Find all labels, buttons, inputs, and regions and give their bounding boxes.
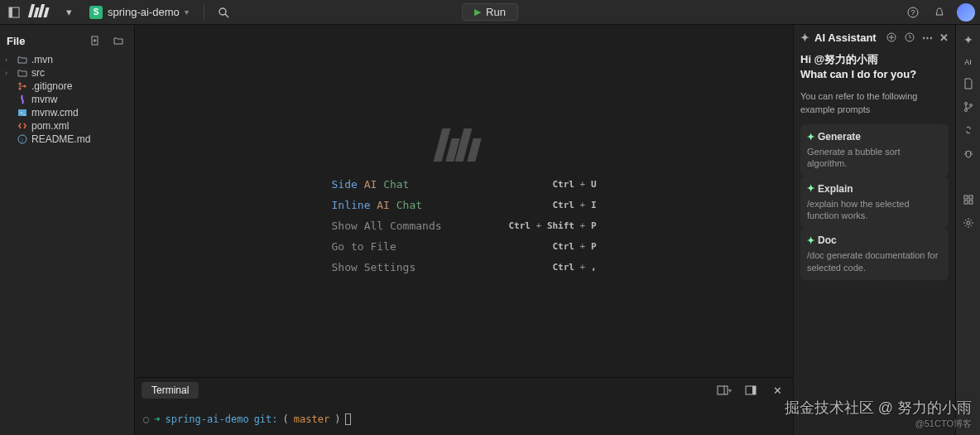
- shortcut-label: Go to File: [332, 240, 396, 253]
- close-icon[interactable]: ✕: [939, 31, 949, 44]
- prompt-branch: master: [294, 413, 329, 425]
- shortcut-row: Inline AI ChatCtrl + I: [332, 199, 597, 211]
- search-icon[interactable]: [214, 3, 233, 22]
- bug-icon[interactable]: [963, 147, 974, 159]
- svg-point-2: [219, 8, 226, 15]
- panel-toggle-icon[interactable]: [742, 381, 760, 399]
- svg-rect-16: [718, 386, 728, 394]
- prompt-git: git:: [254, 413, 278, 425]
- cmd-icon: >_: [17, 107, 28, 118]
- sparkle-icon: ✦: [807, 183, 814, 194]
- bell-icon[interactable]: [930, 3, 949, 22]
- folder-icon: [17, 54, 28, 65]
- svg-rect-34: [964, 201, 968, 204]
- close-icon[interactable]: ✕: [768, 381, 786, 399]
- ai-panel-title: AI Assistant: [814, 31, 877, 44]
- project-name: spring-ai-demo: [108, 6, 180, 18]
- file-panel-title: File: [7, 35, 25, 47]
- card-desc: /doc generate documentation for selected…: [807, 249, 942, 273]
- gear-icon[interactable]: [963, 217, 974, 229]
- shortcut-keys: Ctrl + P: [553, 241, 597, 252]
- tree-node-label: pom.xml: [31, 120, 69, 132]
- run-button[interactable]: ▶ Run: [462, 3, 518, 21]
- run-label: Run: [486, 6, 506, 18]
- rail-ai-label: AI: [964, 58, 972, 66]
- svg-point-26: [969, 104, 972, 107]
- tree-node-label: .mvn: [31, 54, 53, 65]
- watermark: 掘金技术社区 @ 努力的小雨 @51CTO博客: [785, 398, 972, 430]
- layout-split-icon[interactable]: ▾: [715, 381, 733, 399]
- prompt-arrow-icon: ➜: [154, 413, 160, 425]
- cursor: [345, 413, 351, 425]
- status-dot-icon: ○: [143, 413, 149, 425]
- card-title: Generate: [818, 131, 861, 143]
- tree-node[interactable]: .gitignore: [3, 80, 131, 93]
- chevron-right-icon: ›: [5, 56, 13, 64]
- tree-node[interactable]: >_mvnw.cmd: [3, 106, 131, 119]
- ai-prompt-card[interactable]: ✦GenerateGenerate a bubble sort algorith…: [800, 124, 949, 176]
- help-icon[interactable]: ?: [904, 3, 922, 22]
- svg-point-36: [967, 221, 970, 225]
- mvn-icon: [17, 94, 28, 105]
- shortcut-keys: Ctrl + U: [553, 179, 597, 190]
- chevron-down-icon[interactable]: ▾: [60, 3, 78, 22]
- shortcut-keys: Ctrl + ,: [553, 262, 597, 273]
- app-logo-icon: [30, 4, 53, 21]
- link-icon[interactable]: [963, 124, 974, 136]
- svg-line-3: [225, 14, 228, 17]
- md-icon: i: [17, 133, 28, 145]
- play-icon: ▶: [474, 7, 481, 17]
- app-logo-large-icon: [438, 128, 491, 162]
- tree-node[interactable]: iREADME.md: [3, 133, 131, 146]
- chevron-right-icon: ›: [5, 69, 13, 77]
- svg-text:>_: >_: [20, 110, 26, 115]
- svg-rect-1: [9, 7, 12, 17]
- card-desc: /explain how the selected function works…: [807, 198, 942, 222]
- tree-node-label: mvnw.cmd: [31, 107, 79, 118]
- ai-prompt-card[interactable]: ✦Doc/doc generate documentation for sele…: [800, 228, 949, 280]
- tree-node-label: README.md: [31, 133, 90, 145]
- sparkle-icon[interactable]: ✦: [963, 33, 973, 46]
- new-chat-icon[interactable]: [886, 31, 897, 44]
- history-icon[interactable]: [904, 31, 915, 44]
- avatar[interactable]: [957, 3, 975, 22]
- branch-icon[interactable]: [963, 101, 974, 113]
- grid-icon[interactable]: [963, 194, 974, 205]
- tree-node[interactable]: pom.xml: [3, 119, 131, 133]
- shortcut-keys: Ctrl + Shift + P: [509, 220, 597, 231]
- sparkle-icon: ✦: [807, 235, 814, 246]
- new-file-icon[interactable]: [86, 31, 104, 50]
- sidebar-toggle-icon[interactable]: [5, 3, 23, 22]
- tree-node[interactable]: mvnw: [3, 93, 131, 106]
- project-selector[interactable]: S spring-ai-demo ▾: [84, 4, 194, 21]
- shortcut-label: Inline AI Chat: [332, 199, 423, 211]
- svg-rect-19: [752, 386, 756, 394]
- tree-node-label: mvnw: [31, 94, 57, 105]
- new-folder-icon[interactable]: [109, 31, 127, 50]
- more-icon[interactable]: ⋯: [922, 31, 933, 44]
- svg-point-27: [966, 151, 971, 157]
- svg-point-9: [19, 83, 22, 85]
- shortcut-label: Show All Commands: [332, 220, 442, 232]
- tree-node[interactable]: ›src: [3, 66, 131, 80]
- svg-rect-33: [969, 196, 973, 199]
- file-icon[interactable]: [963, 78, 974, 89]
- git-icon: [17, 80, 28, 92]
- tab-terminal[interactable]: Terminal: [142, 382, 199, 399]
- tree-node[interactable]: ›.mvn: [3, 53, 131, 66]
- shortcut-keys: Ctrl + I: [553, 200, 597, 210]
- ai-prompt-card[interactable]: ✦Explain/explain how the selected functi…: [800, 176, 949, 229]
- shortcut-label: Side AI Chat: [332, 178, 410, 191]
- tree-node-label: .gitignore: [31, 80, 72, 92]
- svg-rect-35: [969, 201, 973, 204]
- svg-point-10: [19, 88, 22, 90]
- card-title: Explain: [818, 183, 853, 195]
- chevron-down-icon: ▾: [185, 7, 189, 17]
- prompt-path: spring-ai-demo: [165, 413, 248, 425]
- ai-greeting: Hi @努力的小雨 What can I do for you?: [800, 52, 949, 82]
- svg-point-24: [964, 103, 967, 105]
- svg-text:?: ?: [910, 8, 915, 17]
- terminal-body[interactable]: ○ ➜ spring-ai-demo git:(master): [135, 403, 793, 435]
- xml-icon: [17, 120, 28, 132]
- card-title: Doc: [818, 234, 837, 246]
